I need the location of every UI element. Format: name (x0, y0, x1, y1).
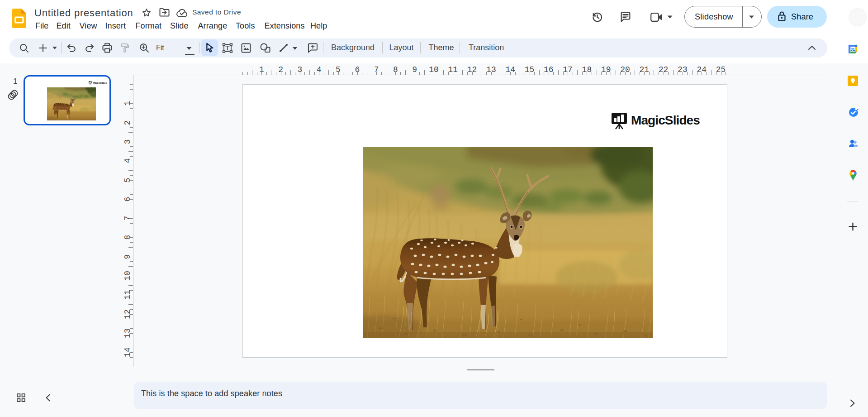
svg-text:31: 31 (850, 47, 855, 52)
